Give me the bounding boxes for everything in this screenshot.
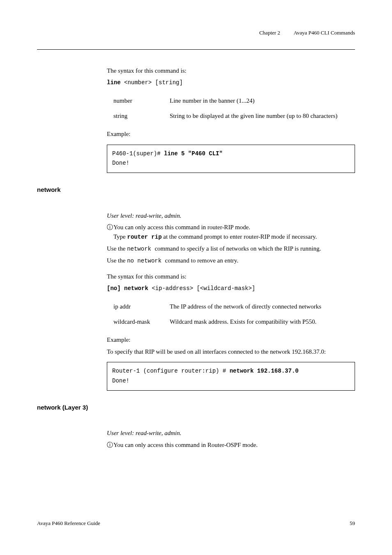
- info-icon: ⓘ: [107, 440, 113, 450]
- use-para: Use the network command to specify a lis…: [107, 244, 355, 253]
- section-heading-network-l3: network (Layer 3): [37, 403, 355, 412]
- footer-left: Avaya P460 Reference Guide: [37, 519, 100, 527]
- user-level: User level: read-write, admin.: [107, 211, 355, 221]
- info-text: You can only access this command in rout…: [113, 223, 355, 242]
- syntax-args: <ip-address> [<wildcard-mask>]: [148, 285, 255, 292]
- footer-page-number: 59: [350, 519, 355, 527]
- example-prefix: Router-1 (configure router:rip) #: [112, 368, 230, 374]
- info-line1: You can only access this command in rout…: [113, 224, 250, 230]
- use-para: Use the no network command to remove an …: [107, 256, 355, 265]
- user-level: User level: read-write, admin.: [107, 428, 355, 438]
- example-done: Done!: [112, 159, 350, 168]
- param-name: string: [113, 109, 169, 123]
- code-example: P460-1(super)# line 5 "P460 CLI" Done!: [107, 145, 355, 173]
- example-cmd: line 5 "P460 CLI": [164, 150, 223, 157]
- syntax-cmd: line: [107, 79, 121, 86]
- syntax-intro: The syntax for this command is:: [107, 66, 355, 76]
- page-header: Chapter 2 Avaya P460 CLI Commands: [37, 29, 355, 37]
- param-desc: The IP address of the network of directl…: [170, 299, 321, 314]
- param-desc: Wildcard mask address. Exists for compat…: [170, 315, 321, 329]
- param-name: number: [113, 94, 169, 108]
- table-row: ip addr The IP address of the network of…: [113, 299, 321, 314]
- info-line2-suffix: at the command prompt to enter router-RI…: [162, 233, 317, 240]
- info-line2-cmd: router rip: [127, 234, 162, 240]
- param-table: ip addr The IP address of the network of…: [113, 299, 322, 329]
- code-example: Router-1 (configure router:rip) # networ…: [107, 362, 355, 391]
- example-cmd: network 192.168.37.0: [230, 368, 299, 374]
- param-table: number Line number in the banner (1...24…: [113, 93, 338, 124]
- table-row: wildcard-mask Wildcard mask address. Exi…: [113, 315, 321, 329]
- info-text: You can only access this command in Rout…: [113, 440, 355, 450]
- table-row: string String to be displayed at the giv…: [113, 109, 337, 123]
- syntax-args: <number> [string]: [121, 79, 183, 86]
- section-heading-network: network: [37, 185, 355, 195]
- example-prefix: P460-1(super)#: [112, 150, 164, 157]
- example-desc: To specify that RIP will be used on all …: [107, 347, 355, 357]
- info-line2-prefix: Type: [113, 233, 127, 240]
- param-name: wildcard-mask: [113, 315, 169, 329]
- table-row: number Line number in the banner (1...24…: [113, 94, 337, 108]
- syntax-intro: The syntax for this command is:: [107, 272, 355, 281]
- param-name: ip addr: [113, 299, 169, 314]
- param-desc: Line number in the banner (1...24): [170, 94, 337, 108]
- page-footer: Avaya P460 Reference Guide 59: [0, 519, 392, 527]
- example-done: Done!: [112, 376, 350, 386]
- info-icon: ⓘ: [107, 223, 113, 232]
- chapter-label: Chapter 2: [259, 30, 280, 36]
- example-label: Example:: [107, 129, 355, 139]
- example-label: Example:: [107, 335, 355, 345]
- syntax-cmd: [no] network: [107, 285, 148, 292]
- header-title: Avaya P460 CLI Commands: [293, 30, 355, 36]
- param-desc: String to be displayed at the given line…: [170, 109, 337, 123]
